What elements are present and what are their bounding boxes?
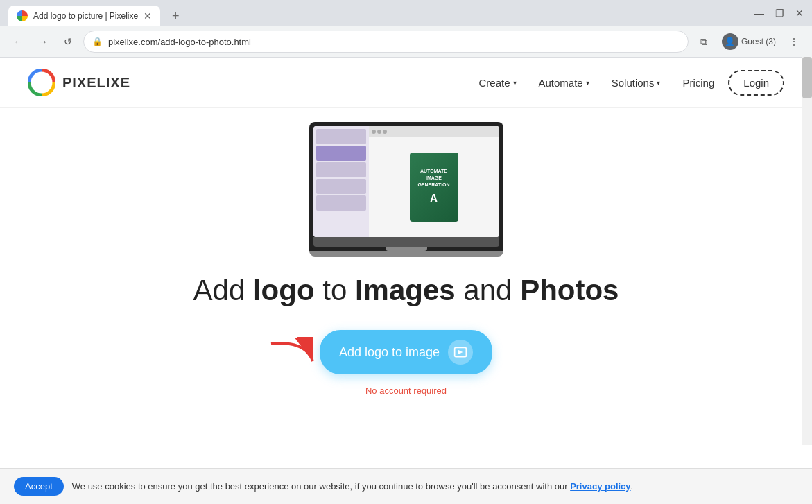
cookie-text: We use cookies to ensure you get the bes… [72, 481, 798, 492]
scrollbar[interactable] [802, 57, 812, 445]
cookie-banner: Accept We use cookies to ensure you get … [0, 468, 812, 504]
refresh-button[interactable]: ↺ [58, 32, 78, 51]
title-part1: Add [193, 274, 253, 306]
red-arrow-icon [264, 337, 320, 372]
nav-solutions[interactable]: Solutions ▾ [603, 71, 669, 94]
create-label: Create [478, 77, 510, 89]
tab-favicon [17, 10, 28, 21]
create-chevron-icon: ▾ [513, 79, 517, 87]
tab-title: Add logo to picture | Pixelixe [33, 11, 138, 21]
automate-label: Automate [539, 77, 583, 89]
pricing-label: Pricing [682, 77, 714, 89]
browser-chrome: Add logo to picture | Pixelixe ✕ + — ❐ ✕… [0, 0, 812, 58]
solutions-chevron-icon: ▾ [657, 79, 660, 87]
cta-button[interactable]: Add logo to image [320, 330, 492, 374]
logo-area[interactable]: PIXELIXE [28, 69, 130, 96]
automate-chevron-icon: ▾ [586, 79, 589, 87]
title-bold3: Photos [520, 274, 619, 306]
canvas-card: AUTOMATE IMAGE GENERATION A [410, 153, 458, 222]
laptop-base [313, 237, 499, 247]
hero-title: Add logo to Images and Photos [193, 273, 619, 308]
hero-section: AUTOMATE IMAGE GENERATION A Add logo to … [0, 108, 812, 424]
laptop-canvas: AUTOMATE IMAGE GENERATION A [369, 137, 499, 237]
logo-icon [28, 69, 55, 96]
cta-label: Add logo to image [339, 345, 440, 360]
title-bold1: logo [253, 274, 315, 306]
laptop-footer [309, 251, 503, 257]
cookie-message: We use cookies to ensure you get the bes… [72, 481, 570, 492]
menu-button[interactable]: ⋮ [784, 32, 804, 51]
toolbar-control [372, 130, 376, 134]
cookie-period: . [631, 481, 634, 492]
laptop-toolbar [369, 126, 499, 137]
accept-button[interactable]: Accept [14, 477, 64, 496]
profile-button[interactable]: 👤 Guest (3) [716, 32, 781, 51]
nav-automate[interactable]: Automate ▾ [530, 71, 598, 94]
laptop-screen-inner: AUTOMATE IMAGE GENERATION A [313, 126, 499, 237]
sidebar-item [316, 146, 366, 161]
laptop-sidebar [313, 126, 369, 237]
canvas-text: AUTOMATE IMAGE GENERATION [413, 168, 456, 188]
browser-actions: ⧉ 👤 Guest (3) ⋮ [694, 32, 804, 51]
solutions-label: Solutions [612, 77, 655, 89]
new-tab-button[interactable]: + [166, 6, 185, 26]
nav-create[interactable]: Create ▾ [470, 71, 524, 94]
split-view-button[interactable]: ⧉ [694, 32, 714, 51]
cta-section: Add logo to image No account required [320, 330, 492, 396]
login-button[interactable]: Login [728, 70, 784, 96]
arrow-container [264, 337, 320, 374]
profile-name: Guest (3) [741, 37, 776, 46]
sidebar-item [316, 195, 366, 211]
sidebar-item [316, 129, 366, 144]
title-bold2: Images [355, 274, 456, 306]
title-part3: and [456, 274, 520, 306]
toolbar-control [383, 130, 387, 134]
svg-point-1 [36, 77, 47, 88]
toolbar-control [377, 130, 381, 134]
laptop-mockup: AUTOMATE IMAGE GENERATION A [309, 122, 503, 257]
browser-title-bar: Add logo to picture | Pixelixe ✕ + — ❐ ✕ [0, 0, 812, 26]
no-account-text: No account required [365, 385, 447, 396]
logo-text: PIXELIXE [62, 75, 130, 91]
nav-links: Create ▾ Automate ▾ Solutions ▾ Pricing … [470, 70, 784, 96]
address-bar-row: ← → ↺ 🔒 pixelixe.com/add-logo-to-photo.h… [0, 26, 812, 57]
laptop-main: AUTOMATE IMAGE GENERATION A [369, 126, 499, 237]
nav-pricing[interactable]: Pricing [674, 71, 723, 94]
address-bar[interactable]: 🔒 pixelixe.com/add-logo-to-photo.html [83, 31, 689, 53]
window-controls: — ❐ ✕ [754, 8, 804, 24]
forward-button[interactable]: → [33, 32, 53, 51]
minimize-button[interactable]: — [754, 8, 764, 19]
close-button[interactable]: ✕ [795, 8, 804, 19]
sidebar-item [316, 162, 366, 177]
title-part2: to [315, 274, 355, 306]
tab-close-button[interactable]: ✕ [144, 10, 152, 21]
privacy-policy-link[interactable]: Privacy policy [570, 481, 630, 492]
profile-avatar: 👤 [722, 33, 738, 50]
maximize-button[interactable]: ❐ [775, 8, 784, 19]
laptop-screen: AUTOMATE IMAGE GENERATION A [309, 122, 503, 251]
site-nav: PIXELIXE Create ▾ Automate ▾ Solutions ▾… [0, 58, 812, 108]
page-content: PIXELIXE Create ▾ Automate ▾ Solutions ▾… [0, 58, 812, 424]
back-button[interactable]: ← [8, 32, 28, 51]
url-text: pixelixe.com/add-logo-to-photo.html [108, 37, 680, 47]
sidebar-item [316, 179, 366, 194]
browser-tab[interactable]: Add logo to picture | Pixelixe ✕ [8, 6, 160, 26]
scrollbar-thumb[interactable] [802, 57, 812, 98]
canvas-letter: A [430, 191, 438, 207]
lock-icon: 🔒 [92, 37, 103, 46]
cta-icon [448, 340, 473, 365]
